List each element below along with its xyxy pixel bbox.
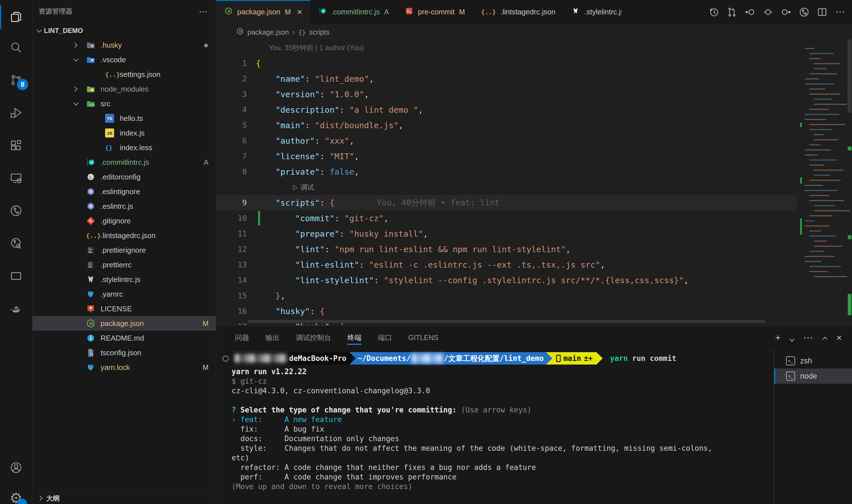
more-actions-icon[interactable] <box>833 5 848 19</box>
extensions-icon[interactable] <box>0 131 32 160</box>
tree-item-readme[interactable]: README.md <box>32 331 216 345</box>
gitlens-inspect-icon[interactable] <box>0 229 32 258</box>
horizontal-scrollbar[interactable] <box>247 320 766 323</box>
tree-item-index-less[interactable]: {} index.less <box>32 140 216 155</box>
powerline-separator <box>546 352 552 364</box>
redacted-path <box>412 354 442 363</box>
breadcrumb-file[interactable]: package.json <box>247 28 289 36</box>
open-changes-forward-icon[interactable] <box>779 5 793 19</box>
new-terminal-icon[interactable]: + <box>775 332 781 343</box>
tree-item-prettierrc[interactable]: .prettierrc <box>32 257 216 272</box>
tab-commitlintrc[interactable]: .commitlintrc.js A <box>310 0 397 24</box>
tree-item-eslintignore[interactable]: .eslintignore <box>32 184 216 199</box>
command-decoration-icon[interactable] <box>222 356 229 362</box>
tree-item-husky[interactable]: .husky ● <box>32 38 216 52</box>
code-line[interactable]: 13 "lint-eslint": "eslint -c .eslintrc.j… <box>216 257 797 272</box>
tab-ports[interactable]: 端口 <box>378 326 392 349</box>
code-line[interactable]: 3 "version": "1.0.0", <box>216 87 797 102</box>
maximize-panel-icon[interactable] <box>823 332 827 343</box>
source-control-icon[interactable]: 8 <box>0 65 32 95</box>
window-icon[interactable] <box>0 262 32 291</box>
close-panel-icon[interactable]: × <box>836 332 842 343</box>
tab-package-json[interactable]: JS package.json M × <box>216 0 310 24</box>
search-icon[interactable] <box>0 33 32 62</box>
code-line[interactable]: 15 }, <box>216 288 797 303</box>
code-line[interactable]: 5 "main": "dist/boundle.js", <box>216 118 797 133</box>
terminal[interactable]: deMacBook-Pro ~/Documents/ /文章工程化配置/lint… <box>216 349 774 504</box>
sidebar-more-actions[interactable]: ⋯ <box>199 6 208 16</box>
scrollbar-thumb[interactable] <box>848 39 851 113</box>
split-editor-icon[interactable] <box>815 5 830 19</box>
tree-item-settings-json[interactable]: {..} settings.json <box>32 67 216 82</box>
gitlens-icon[interactable] <box>0 196 32 226</box>
compare-changes-icon[interactable] <box>725 5 739 19</box>
code-line[interactable]: 10 "commit": "git-cz", <box>216 211 797 226</box>
tab-problems[interactable]: 问题 <box>235 326 249 349</box>
tree-item-yarnrc[interactable]: .yarnrc <box>32 287 216 302</box>
run-debug-icon[interactable] <box>0 98 32 127</box>
folder-husky-icon <box>86 40 99 50</box>
codelens-debug[interactable]: ▷调试 <box>216 179 797 195</box>
minimap[interactable] <box>800 24 847 325</box>
terminal-instance-zsh[interactable]: >_ zsh <box>774 353 852 368</box>
git-modified-badge: M <box>203 363 209 372</box>
tree-item-src[interactable]: </> src <box>32 96 216 111</box>
remote-explorer-icon[interactable] <box>0 163 32 193</box>
tab-debug-console[interactable]: 调试控制台 <box>296 326 331 349</box>
breadcrumb[interactable]: JS package.json › {} scripts <box>216 24 852 40</box>
code-line[interactable]: 4 "description": "a lint demo ", <box>216 102 797 118</box>
codegeex-lamp-icon[interactable] <box>0 294 32 323</box>
timeline-icon[interactable] <box>707 5 721 19</box>
code-line[interactable]: 9 "scripts": {You, 40分钟前 • feat: lint <box>216 195 797 211</box>
tree-item-gitignore[interactable]: .gitignore <box>32 214 216 228</box>
tree-item-hello-ts[interactable]: TS hello.ts <box>32 111 216 126</box>
code-line[interactable]: 1{ <box>216 55 797 71</box>
code-line[interactable]: 14 "lint-stylelint": "stylelint --config… <box>216 272 797 288</box>
breadcrumb-symbol[interactable]: scripts <box>309 28 329 36</box>
tab-stylelintrc[interactable]: .stylelintrc.js <box>563 0 630 24</box>
tab-output[interactable]: 输出 <box>266 326 279 349</box>
tree-item-stylelintrc[interactable]: .stylelintrc.js <box>32 272 216 287</box>
panel-more-icon[interactable]: ⋯ <box>803 332 814 343</box>
tree-item-license[interactable]: LICENSE <box>32 302 216 316</box>
tree-item-tsconfig[interactable]: TS tsconfig.json <box>32 345 216 360</box>
tab-gitlens[interactable]: GITLENS <box>408 326 438 349</box>
settings-gear-icon[interactable]: ⚙ <box>0 483 32 504</box>
tab-pre-commit[interactable]: pre-commit M <box>397 0 473 24</box>
terminal-instance-node[interactable]: >_ node <box>774 368 852 384</box>
explorer-icon[interactable] <box>0 2 32 32</box>
nodejs-package-icon: JS <box>236 27 244 37</box>
tree-item-prettierignore[interactable]: .prettierignore <box>32 243 216 257</box>
code-line[interactable]: 7 "license": "MIT", <box>216 148 797 164</box>
accounts-icon[interactable] <box>0 453 32 482</box>
tab-lintstagedrc[interactable]: {..} .lintstagedrc.json <box>473 0 563 24</box>
tab-terminal[interactable]: 终端 <box>347 326 361 349</box>
code-line[interactable]: 16 "husky": { <box>216 303 797 319</box>
tree-item-index-js[interactable]: JS index.js <box>32 126 216 140</box>
project-section-lint-demo[interactable]: LINT_DEMO <box>32 24 216 38</box>
tree-item-editorconfig[interactable]: .editorconfig <box>32 169 216 184</box>
prompt-host-segment: deMacBook-Pro <box>232 352 349 364</box>
tree-item-commitlintrc[interactable]: .commitlintrc.js A <box>32 155 216 169</box>
code-line[interactable]: 2 "name": "lint_demo", <box>216 71 797 87</box>
launch-profile-chevron-icon[interactable] <box>790 332 794 343</box>
code-line[interactable]: 12 "lint": "npm run lint-eslint && npm r… <box>216 241 797 257</box>
tree-item-eslintrc[interactable]: .eslintrc.js <box>32 199 216 214</box>
code-line[interactable]: 11 "prepare": "husky install", <box>216 226 797 241</box>
tree-item-vscode[interactable]: .vscode <box>32 52 216 67</box>
code-line[interactable]: 8 "private": false, <box>216 164 797 179</box>
vertical-scrollbar[interactable] <box>847 24 852 325</box>
nodejs-package-icon: JS <box>86 319 99 328</box>
outline-section[interactable]: 大纲 <box>32 492 216 504</box>
tree-item-node-modules[interactable]: node_modules <box>32 82 216 96</box>
close-icon[interactable]: × <box>297 7 302 17</box>
code-line[interactable]: 6 "author": "xxx", <box>216 133 797 148</box>
prompt-git-segment: main ±+ <box>552 352 597 364</box>
tree-item-lintstagedrc[interactable]: {..} .lintstagedrc.json <box>32 228 216 243</box>
tree-item-yarn-lock[interactable]: yarn.lock M <box>32 360 216 375</box>
minimap-diff-marker <box>800 178 802 184</box>
gitlens-graph-icon[interactable] <box>797 5 812 19</box>
open-changes-back-icon[interactable] <box>743 5 757 19</box>
tree-item-package-json[interactable]: JS package.json M <box>32 316 216 331</box>
open-changes-icon[interactable] <box>761 5 775 19</box>
